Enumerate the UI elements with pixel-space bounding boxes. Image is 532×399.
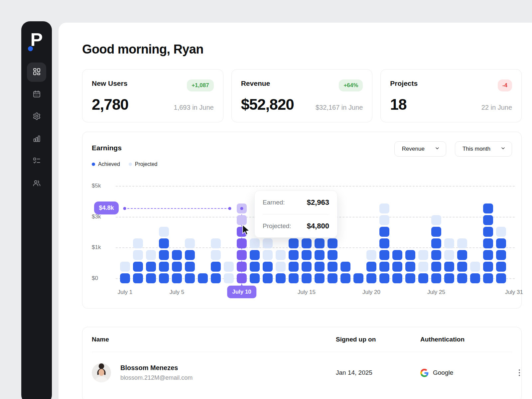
achieved-square-july-29[interactable] bbox=[483, 215, 493, 225]
achieved-square-july-21[interactable] bbox=[379, 262, 389, 272]
projected-square-july-30[interactable] bbox=[496, 227, 506, 237]
achieved-square-july-23[interactable] bbox=[405, 250, 415, 260]
achieved-square-july-21[interactable] bbox=[379, 227, 389, 237]
projected-square-july-6[interactable] bbox=[185, 238, 195, 248]
achieved-square-july-29[interactable] bbox=[483, 273, 493, 283]
achieved-square-july-14[interactable] bbox=[289, 273, 299, 283]
row-menu-button[interactable] bbox=[517, 367, 522, 378]
achieved-square-july-20[interactable] bbox=[366, 262, 376, 272]
achieved-square-july-10[interactable] bbox=[237, 250, 247, 260]
achieved-square-july-5[interactable] bbox=[172, 250, 182, 260]
achieved-square-july-16[interactable] bbox=[315, 262, 325, 272]
achieved-square-july-27[interactable] bbox=[457, 262, 467, 272]
achieved-square-july-5[interactable] bbox=[172, 262, 182, 272]
achieved-square-july-23[interactable] bbox=[405, 273, 415, 283]
achieved-square-july-11[interactable] bbox=[250, 250, 260, 260]
achieved-square-july-17[interactable] bbox=[328, 238, 337, 248]
projected-square-july-1[interactable] bbox=[120, 262, 130, 272]
projected-square-july-26[interactable] bbox=[444, 238, 454, 248]
sidebar-item-users[interactable] bbox=[27, 174, 46, 193]
projected-square-july-8[interactable] bbox=[211, 250, 221, 260]
sidebar-item-calendar[interactable] bbox=[27, 85, 46, 104]
achieved-square-july-14[interactable] bbox=[289, 238, 299, 248]
achieved-square-july-27[interactable] bbox=[457, 273, 467, 283]
achieved-square-july-16[interactable] bbox=[315, 238, 325, 248]
achieved-square-july-28[interactable] bbox=[470, 273, 480, 283]
projected-square-july-20[interactable] bbox=[366, 250, 376, 260]
sidebar-item-dashboard[interactable] bbox=[27, 63, 46, 82]
projected-square-july-27[interactable] bbox=[457, 238, 467, 248]
achieved-square-july-2[interactable] bbox=[133, 273, 143, 283]
achieved-square-july-14[interactable] bbox=[289, 250, 299, 260]
sidebar-item-analytics[interactable] bbox=[27, 129, 46, 149]
sidebar-item-tasks[interactable] bbox=[27, 152, 46, 171]
achieved-square-july-18[interactable] bbox=[340, 262, 350, 272]
achieved-square-july-29[interactable] bbox=[483, 203, 493, 213]
achieved-square-july-29[interactable] bbox=[483, 238, 493, 248]
projected-square-july-2[interactable] bbox=[133, 238, 143, 248]
projected-square-july-24[interactable] bbox=[418, 262, 428, 272]
achieved-square-july-12[interactable] bbox=[263, 273, 273, 283]
achieved-square-july-4[interactable] bbox=[159, 250, 169, 260]
achieved-square-july-15[interactable] bbox=[302, 262, 312, 272]
achieved-square-july-11[interactable] bbox=[250, 273, 260, 283]
achieved-square-july-18[interactable] bbox=[340, 273, 350, 283]
achieved-square-july-21[interactable] bbox=[379, 250, 389, 260]
achieved-square-july-30[interactable] bbox=[496, 250, 506, 260]
achieved-square-july-14[interactable] bbox=[289, 262, 299, 272]
achieved-square-july-29[interactable] bbox=[483, 227, 493, 237]
achieved-square-july-30[interactable] bbox=[496, 273, 506, 283]
achieved-square-july-1[interactable] bbox=[120, 273, 130, 283]
achieved-square-july-6[interactable] bbox=[185, 250, 195, 260]
achieved-square-july-4[interactable] bbox=[159, 262, 169, 272]
achieved-square-july-3[interactable] bbox=[146, 262, 156, 272]
achieved-square-july-26[interactable] bbox=[444, 273, 454, 283]
achieved-square-july-4[interactable] bbox=[159, 238, 169, 248]
projected-square-july-28[interactable] bbox=[470, 262, 480, 272]
x-tick-highlight-badge[interactable]: July 10 bbox=[227, 286, 256, 298]
achieved-square-july-27[interactable] bbox=[457, 250, 467, 260]
achieved-square-july-23[interactable] bbox=[405, 262, 415, 272]
achieved-square-july-3[interactable] bbox=[146, 273, 156, 283]
table-row[interactable]: Blossom Menezesblossom.212M@email.comJan… bbox=[92, 352, 512, 393]
achieved-square-july-25[interactable] bbox=[431, 273, 441, 283]
achieved-square-july-19[interactable] bbox=[353, 273, 363, 283]
projected-square-july-4[interactable] bbox=[159, 227, 169, 237]
achieved-square-july-21[interactable] bbox=[379, 238, 389, 248]
projected-square-july-21[interactable] bbox=[379, 215, 389, 225]
projected-square-july-9[interactable] bbox=[224, 273, 234, 283]
achieved-square-july-10[interactable] bbox=[237, 238, 247, 248]
achieved-square-july-15[interactable] bbox=[302, 238, 312, 248]
projected-square-july-8[interactable] bbox=[211, 238, 221, 248]
achieved-square-july-4[interactable] bbox=[159, 273, 169, 283]
projected-square-july-3[interactable] bbox=[146, 250, 156, 260]
achieved-square-july-30[interactable] bbox=[496, 238, 506, 248]
achieved-square-july-13[interactable] bbox=[276, 273, 286, 283]
projected-square-july-2[interactable] bbox=[133, 250, 143, 260]
achieved-square-july-29[interactable] bbox=[483, 262, 493, 272]
achieved-square-july-2[interactable] bbox=[133, 262, 143, 272]
achieved-square-july-16[interactable] bbox=[315, 250, 325, 260]
achieved-square-july-24[interactable] bbox=[418, 273, 428, 283]
achieved-square-july-8[interactable] bbox=[211, 262, 221, 272]
achieved-square-july-22[interactable] bbox=[392, 250, 402, 260]
achieved-square-july-12[interactable] bbox=[263, 262, 273, 272]
projected-square-july-9[interactable] bbox=[224, 262, 234, 272]
achieved-square-july-15[interactable] bbox=[302, 273, 312, 283]
achieved-square-july-5[interactable] bbox=[172, 273, 182, 283]
achieved-square-july-29[interactable] bbox=[483, 250, 493, 260]
achieved-square-july-11[interactable] bbox=[250, 262, 260, 272]
achieved-square-july-22[interactable] bbox=[392, 273, 402, 283]
achieved-square-july-8[interactable] bbox=[211, 273, 221, 283]
projected-square-july-11[interactable] bbox=[250, 238, 260, 248]
sidebar-item-settings[interactable] bbox=[27, 107, 46, 126]
achieved-square-july-25[interactable] bbox=[431, 238, 441, 248]
projected-square-july-26[interactable] bbox=[444, 250, 454, 260]
achieved-square-july-6[interactable] bbox=[185, 262, 195, 272]
projected-square-july-21[interactable] bbox=[379, 203, 389, 213]
achieved-square-july-25[interactable] bbox=[431, 227, 441, 237]
achieved-square-july-10[interactable] bbox=[237, 273, 247, 283]
projected-square-july-25[interactable] bbox=[431, 215, 441, 225]
projected-square-july-12[interactable] bbox=[263, 238, 273, 248]
achieved-square-july-15[interactable] bbox=[302, 250, 312, 260]
